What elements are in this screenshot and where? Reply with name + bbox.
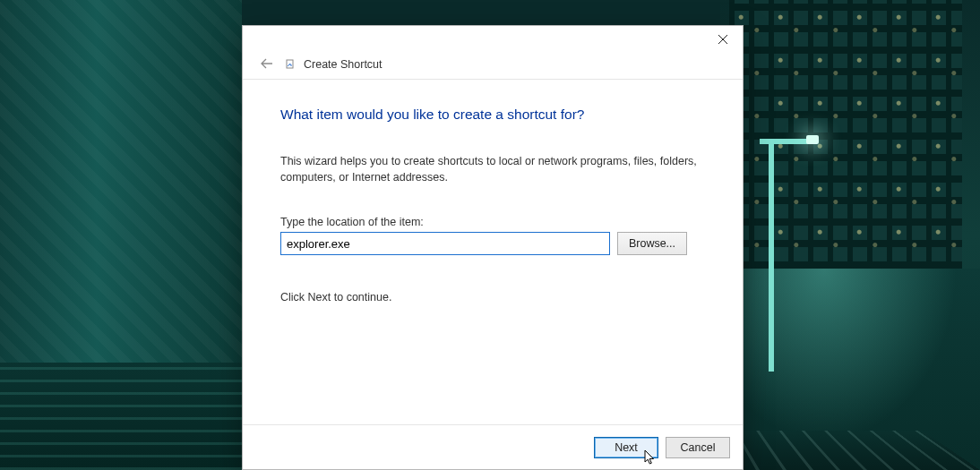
browse-button[interactable]: Browse... [617,232,687,255]
wallpaper-building [729,0,962,269]
location-input[interactable] [280,232,610,255]
cancel-button[interactable]: Cancel [666,437,730,458]
back-button[interactable] [257,56,277,73]
wizard-heading: What item would you like to create a sho… [280,107,707,123]
location-row: Browse... [280,232,707,255]
wizard-button-row: Next Cancel [243,424,743,469]
create-shortcut-dialog: Create Shortcut What item would you like… [242,25,744,470]
breadcrumb-title: Create Shortcut [304,58,383,71]
titlebar [243,26,743,55]
desktop-background: Create Shortcut What item would you like… [0,0,980,470]
wizard-content: What item would you like to create a sho… [243,80,743,424]
shortcut-icon [286,59,295,72]
breadcrumb-row: Create Shortcut [243,55,743,80]
wizard-description: This wizard helps you to create shortcut… [280,153,701,185]
close-icon [718,35,727,44]
wallpaper-right [720,0,980,470]
next-button[interactable]: Next [594,437,658,458]
location-label: Type the location of the item: [280,216,707,228]
back-arrow-icon [261,58,273,69]
wallpaper-streetlight [769,139,774,372]
close-button[interactable] [702,26,743,53]
continue-hint: Click Next to continue. [280,291,707,303]
wallpaper-left [0,0,242,470]
